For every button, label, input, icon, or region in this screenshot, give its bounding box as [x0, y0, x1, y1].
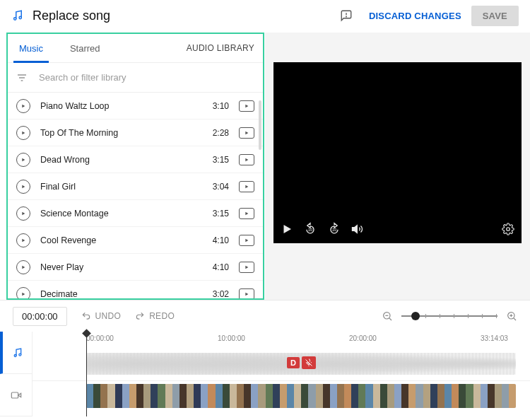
- search-input[interactable]: [39, 72, 254, 83]
- video-thumbnail: [444, 384, 452, 408]
- preview-area: 10 10: [265, 33, 530, 300]
- zoom-slider[interactable]: [401, 315, 497, 317]
- youtube-icon[interactable]: [239, 127, 254, 139]
- svg-marker-9: [22, 131, 25, 134]
- svg-marker-16: [245, 211, 248, 215]
- track-row[interactable]: Science Montage3:15: [8, 200, 263, 227]
- library-search-row: [8, 63, 263, 93]
- svg-marker-21: [22, 292, 25, 296]
- youtube-icon[interactable]: [239, 288, 254, 299]
- redo-button[interactable]: REDO: [135, 311, 175, 321]
- svg-marker-38: [18, 393, 20, 397]
- track-row[interactable]: Never Play4:10: [8, 254, 263, 281]
- zoom-out-button[interactable]: [382, 310, 393, 322]
- mic-off-icon: [302, 356, 316, 369]
- timecode-input[interactable]: 00:00:00: [13, 307, 67, 326]
- video-thumbnail: [394, 384, 401, 408]
- track-row[interactable]: Piano Waltz Loop3:10: [8, 93, 263, 119]
- youtube-icon[interactable]: [239, 181, 254, 192]
- volume-icon[interactable]: [351, 223, 364, 235]
- tracks-container[interactable]: 00:00:00 10:00:00 20:00:00 33:14:03 D: [33, 332, 530, 416]
- track-row[interactable]: Cool Revenge4:10: [8, 227, 263, 254]
- tab-music[interactable]: Music: [16, 34, 46, 62]
- video-thumbnail: [179, 384, 187, 408]
- youtube-icon[interactable]: [239, 100, 254, 112]
- play-icon[interactable]: [281, 223, 293, 235]
- play-icon[interactable]: [16, 99, 30, 113]
- video-thumbnail: [294, 384, 301, 408]
- audio-track[interactable]: D: [33, 347, 530, 381]
- track-title: Top Of The Morning: [40, 128, 213, 138]
- track-row[interactable]: Decimate3:02: [8, 281, 263, 298]
- undo-button[interactable]: UNDO: [81, 311, 122, 321]
- track-duration: 3:10: [213, 101, 229, 111]
- video-track-button[interactable]: [0, 374, 32, 416]
- video-thumbnail: [495, 384, 502, 408]
- rewind-10-icon[interactable]: 10: [303, 222, 317, 236]
- play-icon[interactable]: [16, 260, 30, 274]
- track-row[interactable]: Top Of The Morning2:28: [8, 119, 263, 146]
- timeline-ruler[interactable]: 00:00:00 10:00:00 20:00:00 33:14:03: [33, 332, 530, 347]
- video-thumbnail: [380, 384, 387, 408]
- play-icon[interactable]: [16, 287, 30, 299]
- youtube-icon[interactable]: [239, 154, 254, 165]
- video-thumbnail: [273, 384, 280, 408]
- svg-marker-19: [22, 265, 25, 269]
- video-track[interactable]: [33, 381, 530, 411]
- audio-library-link[interactable]: AUDIO LIBRARY: [187, 43, 254, 53]
- video-thumbnail: [280, 384, 287, 408]
- video-thumbnail: [459, 384, 466, 408]
- svg-marker-15: [22, 211, 25, 215]
- play-icon[interactable]: [16, 180, 30, 194]
- filter-icon[interactable]: [16, 72, 30, 83]
- play-icon[interactable]: [16, 153, 30, 167]
- video-thumbnail: [244, 384, 251, 408]
- play-icon[interactable]: [16, 233, 30, 247]
- page-title: Replace song: [33, 8, 110, 23]
- video-thumbnail: [308, 384, 315, 408]
- save-button[interactable]: SAVE: [471, 6, 519, 26]
- video-thumbstrip[interactable]: [86, 384, 516, 408]
- video-thumbnail: [337, 384, 344, 408]
- track-row[interactable]: Final Girl3:04: [8, 173, 263, 200]
- ruler-mark: 10:00:00: [218, 334, 245, 342]
- video-thumbnail: [330, 384, 337, 408]
- discard-changes-button[interactable]: DISCARD CHANGES: [369, 11, 461, 21]
- forward-10-icon[interactable]: 10: [327, 222, 341, 236]
- youtube-icon[interactable]: [239, 262, 254, 273]
- youtube-icon[interactable]: [239, 208, 254, 219]
- track-title: Final Girl: [40, 182, 213, 192]
- play-icon[interactable]: [16, 126, 30, 140]
- youtube-icon[interactable]: [239, 235, 254, 246]
- video-thumbnail: [351, 384, 358, 408]
- svg-marker-22: [245, 292, 248, 296]
- timeline-toolbar: 00:00:00 UNDO REDO: [0, 301, 530, 332]
- track-duration: 3:15: [213, 155, 229, 165]
- svg-rect-37: [11, 392, 18, 398]
- demonetized-marker[interactable]: D: [287, 356, 316, 370]
- svg-point-36: [18, 354, 20, 356]
- video-player[interactable]: 10 10: [273, 62, 522, 243]
- music-note-icon: [10, 8, 25, 23]
- svg-line-32: [514, 318, 516, 320]
- svg-point-27: [507, 228, 510, 231]
- video-thumbnail: [251, 384, 258, 408]
- settings-gear-icon[interactable]: [502, 223, 514, 235]
- track-duration: 4:10: [213, 235, 229, 245]
- feedback-icon[interactable]: [336, 6, 356, 25]
- video-thumbnail: [194, 384, 201, 408]
- timeline-body: 00:00:00 10:00:00 20:00:00 33:14:03 D: [0, 332, 530, 416]
- track-duration: 3:02: [213, 289, 229, 299]
- track-list[interactable]: Piano Waltz Loop3:10Top Of The Morning2:…: [8, 93, 263, 298]
- zoom-slider-knob[interactable]: [411, 312, 420, 320]
- audio-track-button[interactable]: [0, 332, 32, 374]
- video-thumbnail: [237, 384, 244, 408]
- d-marker-letter: D: [287, 357, 300, 368]
- playhead[interactable]: [86, 332, 87, 416]
- play-icon[interactable]: [16, 206, 30, 221]
- zoom-in-button[interactable]: [506, 310, 517, 322]
- scrollbar-thumb[interactable]: [259, 100, 261, 150]
- video-thumbnail: [452, 384, 459, 408]
- track-row[interactable]: Dead Wrong3:15: [8, 146, 263, 173]
- tab-starred[interactable]: Starred: [67, 34, 103, 62]
